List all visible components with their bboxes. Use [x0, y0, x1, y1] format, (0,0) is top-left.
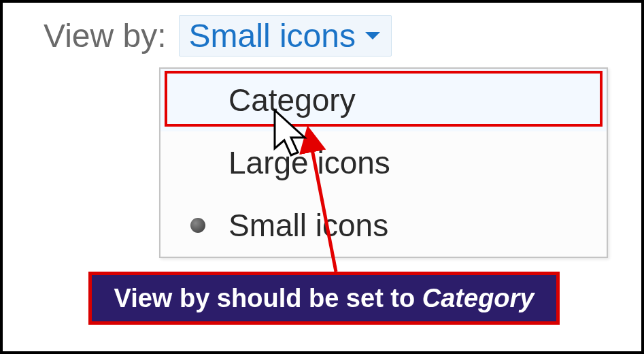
bullet-slot	[167, 218, 228, 233]
view-by-label: View by:	[44, 17, 167, 54]
menu-item-label: Category	[228, 82, 600, 118]
menu-item-category[interactable]: Category	[160, 69, 607, 131]
menu-item-large-icons[interactable]: Large icons	[160, 131, 607, 194]
dropdown-selected-text: Small icons	[189, 17, 356, 54]
annotation-text: View by should be set to Category	[114, 284, 535, 313]
annotation-emphasis: Category	[422, 284, 535, 312]
view-by-row: View by: Small icons	[3, 3, 641, 57]
menu-item-label: Small icons	[228, 207, 600, 244]
menu-item-small-icons[interactable]: Small icons	[160, 194, 607, 257]
view-by-menu: Category Large icons Small icons	[159, 67, 608, 258]
chevron-down-icon	[365, 32, 380, 39]
annotation-callout: View by should be set to Category	[88, 272, 560, 325]
menu-item-label: Large icons	[228, 144, 600, 181]
view-by-dropdown[interactable]: Small icons	[179, 15, 392, 57]
annotation-prefix: View by should be set to	[114, 284, 422, 312]
selected-bullet-icon	[190, 218, 205, 233]
